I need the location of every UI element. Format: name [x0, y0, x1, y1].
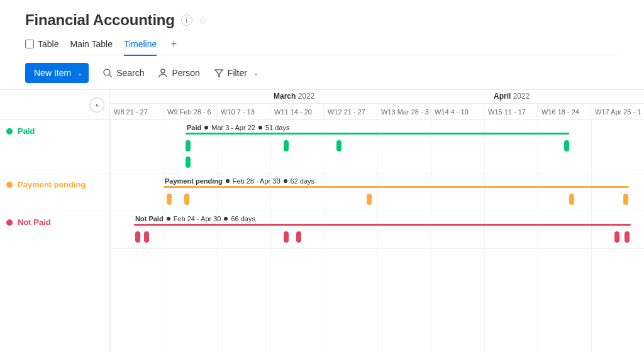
group-header-paid[interactable]: Paid: [0, 126, 35, 136]
timeline-item[interactable]: [569, 194, 574, 205]
view-tabs: Table Main Table Timeline +: [25, 33, 619, 55]
timeline: ˆˇ ‹ Paid Payment pending Not Paid: [0, 89, 644, 352]
group-name: Payment pending: [18, 180, 86, 189]
timeline-item[interactable]: [284, 140, 289, 151]
tab-label: Timeline: [124, 39, 157, 49]
week-cell: W15 11 - 17: [484, 104, 538, 119]
home-icon: [25, 40, 34, 48]
span-label-notpaid[interactable]: Not Paid Feb 24 - Apr 30 66 days: [135, 215, 255, 223]
timeline-item[interactable]: [186, 140, 191, 151]
span-label-pending[interactable]: Payment pending Feb 28 - Apr 30 62 days: [165, 177, 314, 185]
span-bar-notpaid[interactable]: [134, 224, 631, 226]
lane-pending: Payment pending Feb 28 - Apr 30 62 days: [110, 173, 644, 211]
add-view-button[interactable]: +: [168, 38, 179, 50]
week-cell: W12 21 - 27: [324, 104, 377, 119]
timeline-item[interactable]: [144, 231, 149, 243]
timeline-item[interactable]: [184, 194, 189, 205]
person-label: Person: [172, 68, 199, 78]
month-header-row: March 2022 April 2022: [110, 90, 644, 104]
search-label: Search: [116, 68, 144, 78]
week-cell: W9 Feb 28 - 6: [164, 104, 217, 119]
filter-button[interactable]: Filter ⌄: [214, 68, 261, 78]
info-icon[interactable]: i: [181, 14, 192, 26]
timeline-item[interactable]: [336, 140, 341, 151]
group-name: Not Paid: [18, 217, 51, 227]
status-dot-icon: [6, 219, 13, 226]
week-cell: W8 21 - 27: [110, 104, 164, 119]
week-cell: W11 14 - 20: [270, 104, 324, 119]
week-cell: W16 18 - 24: [538, 104, 591, 119]
search-button[interactable]: Search: [103, 68, 144, 78]
timeline-item[interactable]: [135, 231, 140, 243]
week-cell: W14 4 - 10: [431, 104, 484, 119]
svg-point-2: [161, 69, 165, 73]
week-cell: W17 Apr 25 - 1: [591, 104, 644, 119]
timeline-item[interactable]: [614, 231, 619, 243]
timeline-item[interactable]: [167, 194, 172, 205]
lane-notpaid: Not Paid Feb 24 - Apr 30 66 days: [110, 211, 644, 249]
tab-main-table[interactable]: Main Table: [70, 33, 112, 55]
toolbar: New Item ⌄ Search Person Filter ⌄: [25, 63, 619, 83]
filter-icon: [214, 68, 224, 78]
group-header-notpaid[interactable]: Not Paid: [0, 217, 51, 227]
timeline-groups-column: ˆˇ ‹ Paid Payment pending Not Paid: [0, 90, 110, 352]
new-item-button[interactable]: New Item ⌄: [25, 63, 89, 83]
page-title: Financial Accounting: [25, 11, 175, 29]
timeline-item[interactable]: [186, 157, 191, 168]
svg-line-1: [109, 75, 112, 77]
span-bar-pending[interactable]: [164, 186, 629, 188]
span-bar-paid[interactable]: [186, 133, 569, 135]
week-header-row: W8 21 - 27 W9 Feb 28 - 6 W10 7 - 13 W11 …: [110, 104, 644, 120]
filter-label: Filter: [228, 68, 247, 78]
week-cell: W10 7 - 13: [217, 104, 270, 119]
month-label-march: March 2022: [274, 92, 314, 101]
group-header-pending[interactable]: Payment pending: [0, 180, 86, 189]
timeline-grid[interactable]: March 2022 April 2022 W8 21 - 27 W9 Feb …: [110, 90, 644, 352]
star-icon[interactable]: ☆: [199, 14, 208, 26]
group-name: Paid: [18, 126, 35, 136]
new-item-label: New Item: [34, 68, 71, 78]
timeline-item[interactable]: [625, 231, 630, 243]
tab-timeline[interactable]: Timeline: [124, 33, 157, 55]
timeline-item[interactable]: [564, 140, 569, 151]
chevron-down-icon: ⌄: [77, 70, 82, 77]
search-icon: [103, 68, 113, 78]
status-dot-icon: [6, 182, 13, 188]
timeline-item[interactable]: [284, 231, 289, 243]
person-icon: [158, 68, 168, 78]
tab-table[interactable]: Table: [25, 33, 58, 55]
tab-label: Table: [38, 39, 58, 49]
status-dot-icon: [6, 128, 13, 135]
chevron-down-icon: ⌄: [251, 68, 261, 78]
lane-paid: Paid Mar 3 - Apr 22 51 days: [110, 120, 644, 173]
person-button[interactable]: Person: [158, 68, 199, 78]
span-label-paid[interactable]: Paid Mar 3 - Apr 22 51 days: [187, 124, 289, 131]
svg-point-0: [104, 69, 110, 75]
month-label-april: April 2022: [494, 92, 530, 101]
tab-label: Main Table: [70, 39, 112, 49]
scroll-left-button[interactable]: ‹: [89, 97, 104, 113]
timeline-item[interactable]: [296, 231, 301, 243]
week-cell: W13 Mar 28 - 3: [377, 104, 431, 119]
timeline-item[interactable]: [367, 194, 372, 205]
timeline-item[interactable]: [623, 194, 628, 205]
